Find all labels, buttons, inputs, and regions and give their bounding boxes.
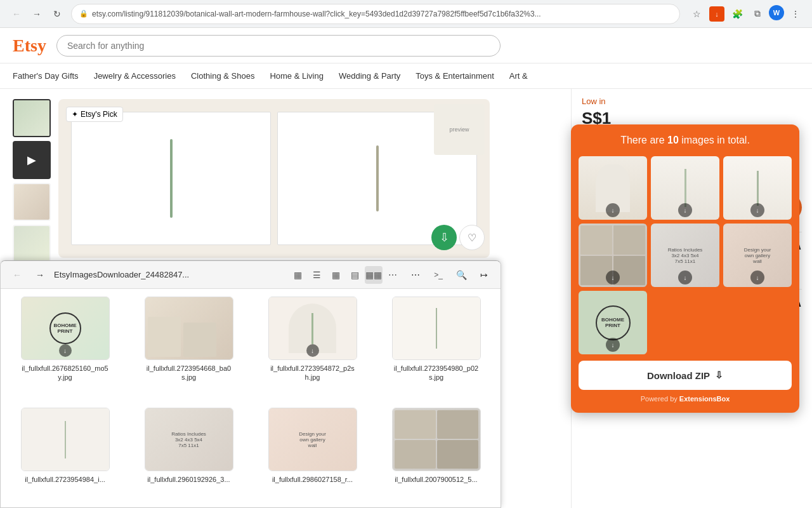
popup-thumb-4[interactable]: ↓ (579, 224, 647, 287)
file-item-3[interactable]: ↓ il_fullxfull.2723954872_p2sh.jpg (256, 297, 369, 398)
file-item-5[interactable]: il_fullxfull.2723954984_i... (8, 408, 122, 500)
file-name-3: il_fullxfull.2723954872_p2sh.jpg (268, 364, 357, 382)
fb-search-button[interactable]: 🔍 (452, 266, 470, 284)
fb-columns-view-button[interactable]: ▦ (327, 266, 344, 284)
file-download-indicator-3: ↓ (306, 344, 319, 357)
fb-close-sidebar-button[interactable]: ↦ (475, 266, 493, 284)
file-name-6: il_fullxfull.2960192926_3... (147, 475, 230, 484)
art-frame-1 (71, 112, 271, 245)
url-text: etsy.com/listing/911812039/botanical-wal… (92, 10, 672, 18)
puzzle-button[interactable]: 🧩 (728, 5, 746, 23)
popup-count: 10 (667, 135, 679, 145)
popup-dl-icon-3: ↓ (750, 203, 764, 217)
file-image-4 (393, 297, 480, 359)
menu-button[interactable]: ⋮ (787, 5, 804, 23)
popup-dl-icon-7: ↓ (606, 338, 620, 352)
popup-thumb-1[interactable]: ↓ (579, 156, 647, 220)
nav-item-toys[interactable]: Toys & Entertainment (416, 69, 494, 83)
file-grid: BOHOMEPRINT ↓ il_fullxfull.2676825160_mo… (1, 289, 501, 507)
popup-footer: Powered by ExtensionsBox (571, 395, 799, 403)
popup-dl-icon-5: ↓ (678, 271, 692, 284)
nav-item-art[interactable]: Art & (509, 69, 528, 83)
refresh-button[interactable]: ↻ (48, 5, 66, 23)
popup-header: There are 10 images in total. (571, 124, 799, 156)
file-item-1[interactable]: BOHOMEPRINT ↓ il_fullxfull.2676825160_mo… (8, 297, 122, 398)
fb-gallery-view-button[interactable]: ▤ (346, 266, 363, 284)
file-download-indicator-1: ↓ (59, 344, 72, 357)
extension-icon: ↓ (709, 6, 724, 22)
user-avatar[interactable]: W (769, 5, 784, 20)
nav-item-jewelry[interactable]: Jewelry & Accessories (94, 69, 176, 83)
browser-nav-buttons: ← → ↻ (8, 5, 66, 23)
file-thumb-6: Ratios Includes3x2 4x3 5x47x5 11x1 (145, 408, 233, 471)
file-thumb-2 (145, 297, 233, 360)
pick-label: Etsy's Pick (81, 110, 117, 119)
address-bar[interactable]: 🔒 etsy.com/listing/911812039/botanical-w… (71, 4, 680, 24)
browser-chrome: ← → ↻ 🔒 etsy.com/listing/911812039/botan… (0, 0, 812, 28)
fb-terminal-button[interactable]: >_ (429, 266, 447, 284)
file-browser-panel: ← → EtsyImagesDownloader_24482847... ▦ ☰… (0, 260, 501, 508)
popup-dl-icon-4: ↓ (606, 271, 620, 284)
popup-thumb-5[interactable]: Ratios Includes3x2 4x3 5x47x5 11x1 ↓ (651, 224, 719, 287)
file-name-5: il_fullxfull.2723954984_i... (25, 475, 105, 484)
thumbnail-1[interactable] (13, 99, 51, 137)
nav-item-home[interactable]: Home & Living (270, 69, 324, 83)
file-thumb-3: ↓ (268, 297, 357, 360)
extensions-box-link[interactable]: ExtensionsBox (679, 395, 730, 403)
popup-thumb-6[interactable]: Design yourown gallerywall ↓ (723, 224, 792, 287)
powered-by-text: Powered by (641, 395, 678, 403)
file-item-2[interactable]: il_fullxfull.2723954668_ba0s.jpg (132, 297, 246, 398)
browser-actions: ☆ ↓ 🧩 ⧉ W ⋮ (688, 5, 804, 23)
etsy-logo[interactable]: Etsy (13, 36, 46, 56)
product-images-area: ▶ preview (13, 99, 558, 263)
file-thumb-1: BOHOMEPRINT ↓ (21, 297, 110, 360)
popup-thumb-7[interactable]: BOHOMEPRINT ↓ (579, 291, 647, 354)
extensions-button[interactable]: ↓ (708, 5, 726, 23)
file-item-8[interactable]: il_fullxfull.2007900512_5... (379, 408, 493, 500)
popup-thumb-2[interactable]: ↓ (651, 156, 719, 220)
nav-item-clothing[interactable]: Clothing & Shoes (191, 69, 254, 83)
images-download-popup: There are 10 images in total. ↓ ↓ (571, 124, 799, 413)
bookmark-button[interactable]: ☆ (688, 5, 705, 23)
file-browser-toolbar: ← → EtsyImagesDownloader_24482847... ▦ ☰… (1, 261, 501, 289)
popup-thumb-3[interactable]: ↓ (723, 156, 792, 220)
forward-button[interactable]: → (28, 5, 46, 23)
download-arrow-icon: ⇩ (715, 370, 723, 381)
popup-image-grid: ↓ ↓ ↓ (571, 156, 799, 354)
file-name-4: il_fullxfull.2723954980_p02s.jpg (392, 364, 481, 382)
main-product-image-container: preview ✦ Etsy's Pick ⇩ ♡ (58, 99, 490, 258)
main-product-image: preview (58, 99, 490, 258)
fb-thumbs-view-button[interactable]: ▦▦ (365, 266, 383, 284)
popup-dl-icon-6: ↓ (750, 271, 764, 284)
search-input[interactable] (67, 41, 490, 51)
popup-logo-graphic: BOHOMEPRINT (596, 305, 631, 340)
file-thumb-4 (392, 297, 481, 360)
back-button[interactable]: ← (8, 5, 25, 23)
nav-item-wedding[interactable]: Wedding & Party (339, 69, 400, 83)
file-name-2: il_fullxfull.2723954668_ba0s.jpg (145, 364, 233, 382)
thumbnail-2[interactable]: ▶ (13, 141, 51, 179)
file-item-4[interactable]: il_fullxfull.2723954980_p02s.jpg (379, 297, 493, 398)
file-name-1: il_fullxfull.2676825160_mo5y.jpg (21, 364, 110, 382)
favorite-button[interactable]: ♡ (459, 225, 485, 250)
thumbnail-3[interactable] (13, 183, 51, 221)
file-item-6[interactable]: Ratios Includes3x2 4x3 5x47x5 11x1 il_fu… (132, 408, 246, 500)
thumbnail-4[interactable] (13, 225, 51, 263)
window-button[interactable]: ⧉ (749, 5, 766, 23)
pick-star-icon: ✦ (72, 110, 78, 119)
fb-forward-button[interactable]: → (31, 266, 49, 284)
fb-more-options-button[interactable]: ⋯ (384, 266, 402, 284)
popup-header-text: There are (620, 135, 664, 145)
main-content: ▶ preview (0, 89, 812, 508)
download-overlay-button[interactable]: ⇩ (431, 225, 457, 250)
file-image-2 (145, 297, 233, 359)
etsys-pick-badge: ✦ Etsy's Pick (66, 107, 123, 122)
etsy-search-container (56, 35, 501, 57)
fb-action-menu-button[interactable]: ⋯ (407, 266, 424, 284)
popup-download-zip-button[interactable]: Download ZIP ⇩ (579, 361, 792, 390)
fb-grid-view-button[interactable]: ▦ (289, 266, 306, 284)
nav-item-fathers-day[interactable]: Father's Day Gifts (13, 69, 79, 83)
fb-back-button[interactable]: ← (8, 266, 26, 284)
file-item-7[interactable]: Design yourown gallerywall il_fullxfull.… (256, 408, 369, 500)
fb-list-view-button[interactable]: ☰ (308, 266, 325, 284)
